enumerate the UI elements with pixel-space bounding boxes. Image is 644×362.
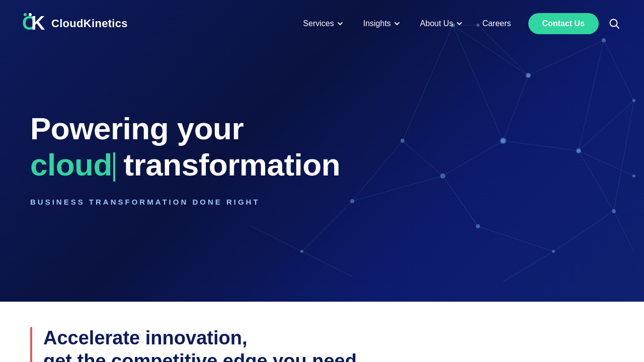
svg-line-6 xyxy=(616,26,619,29)
svg-point-51 xyxy=(577,149,580,152)
hero-transform-text: transformation xyxy=(115,147,340,182)
svg-point-37 xyxy=(632,99,635,102)
hero-content: Powering your cloud transformation BUSIN… xyxy=(0,96,340,206)
accelerate-line2: get the competitive edge you need xyxy=(43,350,357,362)
nav-item-insights[interactable]: Insights xyxy=(354,14,409,33)
svg-point-4 xyxy=(29,13,32,16)
svg-line-15 xyxy=(443,141,503,176)
below-hero-section: Accelerate innovation, get the competiti… xyxy=(0,302,644,362)
svg-line-20 xyxy=(614,101,634,211)
svg-line-33 xyxy=(579,151,634,176)
accent-border xyxy=(30,327,32,362)
svg-line-11 xyxy=(579,151,614,211)
svg-point-41 xyxy=(476,224,480,228)
nav-careers-label: Careers xyxy=(482,19,511,28)
svg-text:K: K xyxy=(31,13,45,34)
svg-line-21 xyxy=(443,176,478,226)
svg-line-12 xyxy=(553,211,614,251)
svg-point-44 xyxy=(350,199,354,203)
accelerate-line1: Accelerate innovation, xyxy=(43,327,357,350)
accelerate-section: Accelerate innovation, get the competiti… xyxy=(30,327,614,362)
search-icon xyxy=(609,18,620,29)
svg-point-39 xyxy=(612,209,616,213)
hero-subtitle: BUSINESS TRANSFORMATION DONE RIGHT xyxy=(30,198,340,206)
nav-item-about[interactable]: About Us xyxy=(411,14,471,33)
chevron-down-icon xyxy=(456,21,462,27)
svg-line-24 xyxy=(403,141,443,176)
hero-cloud-text: cloud xyxy=(30,147,112,182)
svg-line-27 xyxy=(252,226,302,251)
chevron-down-icon xyxy=(337,21,343,27)
nav-links: Services Insights About Us Careers Conta… xyxy=(294,13,624,34)
svg-line-28 xyxy=(302,251,352,277)
search-button[interactable] xyxy=(605,14,624,33)
svg-line-9 xyxy=(604,40,634,101)
svg-point-49 xyxy=(527,74,530,77)
svg-point-3 xyxy=(24,13,27,16)
svg-point-48 xyxy=(632,174,635,177)
svg-point-46 xyxy=(300,250,303,253)
hero-title-line1: Powering your xyxy=(30,111,340,146)
nav-item-careers[interactable]: Careers xyxy=(473,14,520,33)
svg-line-32 xyxy=(614,211,634,251)
svg-line-17 xyxy=(503,141,579,151)
logo-link[interactable]: C K CloudKinetics xyxy=(20,11,128,37)
svg-line-26 xyxy=(302,201,352,251)
contact-us-button[interactable]: Contact Us xyxy=(528,13,599,34)
svg-point-42 xyxy=(440,173,445,178)
nav-item-services[interactable]: Services xyxy=(294,14,352,33)
svg-line-19 xyxy=(579,40,604,151)
nav-insights-label: Insights xyxy=(363,19,391,28)
svg-line-22 xyxy=(352,176,443,201)
nav-about-label: About Us xyxy=(420,19,453,28)
svg-line-23 xyxy=(352,141,403,201)
svg-line-16 xyxy=(503,75,528,141)
svg-point-40 xyxy=(552,250,555,253)
svg-line-10 xyxy=(579,101,634,151)
svg-point-45 xyxy=(400,139,405,143)
svg-line-31 xyxy=(503,251,553,282)
logo-icon: C K xyxy=(20,11,46,37)
nav-services-label: Services xyxy=(303,19,334,28)
hero-title-line2: cloud transformation xyxy=(30,147,340,183)
accelerate-text-block: Accelerate innovation, get the competiti… xyxy=(43,327,357,362)
svg-line-13 xyxy=(478,226,553,251)
logo-text: CloudKinetics xyxy=(51,17,128,30)
chevron-down-icon xyxy=(394,21,400,27)
navbar: C K CloudKinetics Services Insights Abou… xyxy=(0,0,644,47)
svg-point-50 xyxy=(501,139,505,143)
